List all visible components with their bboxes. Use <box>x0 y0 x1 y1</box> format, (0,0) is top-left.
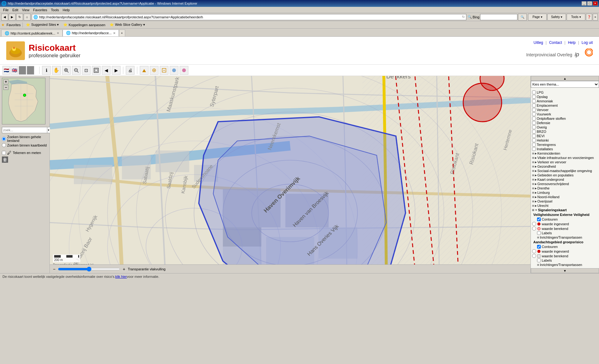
export-tool-5[interactable] <box>180 66 188 75</box>
search-input[interactable] <box>2 127 47 133</box>
window-controls[interactable]: _ □ ✕ <box>582 1 598 6</box>
menu-favorites[interactable]: Favorites <box>31 7 49 12</box>
suggested-sites-button[interactable]: ⭐ Suggested Sites ▾ <box>25 22 60 27</box>
gray-btn-1[interactable] <box>19 66 26 75</box>
group-grensoverschrijdend[interactable]: ⊞ ▶ Grensoverschrijdend <box>532 182 598 186</box>
layer-lpg-checkbox[interactable] <box>532 91 536 94</box>
minimize-button[interactable]: _ <box>582 1 587 6</box>
layer-vervoer-checkbox[interactable] <box>532 108 536 112</box>
delete-tool-button[interactable]: 🗑 <box>2 156 8 163</box>
layer-ontplofbare-checkbox[interactable] <box>532 117 536 120</box>
zoom-out-tool[interactable] <box>72 66 81 75</box>
radio-waarde-berekend-1[interactable] <box>532 226 536 231</box>
web-slice-gallery-button[interactable]: ⭐ Web Slice Gallery ▾ <box>108 22 146 27</box>
layer-bevi-checkbox[interactable] <box>532 134 536 138</box>
layer-overig-checkbox[interactable] <box>532 125 536 129</box>
zoom-rect-tool[interactable]: ⊡ <box>82 66 91 75</box>
tools-button[interactable]: Tools ▾ <box>567 14 585 21</box>
menu-view[interactable]: View <box>20 7 31 12</box>
menu-file[interactable]: File <box>1 7 11 12</box>
zoom-out-map-button[interactable]: − <box>3 85 8 90</box>
refresh-button[interactable]: ↻ <box>16 14 23 21</box>
close-button[interactable]: ✕ <box>593 1 598 6</box>
gray-btn-2[interactable] <box>27 66 34 75</box>
print-tool[interactable]: 🖨 <box>126 66 134 75</box>
layer-vuurwerk-checkbox[interactable] <box>532 112 536 116</box>
layer-labels-2-checkbox[interactable] <box>537 259 541 262</box>
tab-0-close[interactable]: ✕ <box>57 31 59 35</box>
export-tool-3[interactable] <box>160 66 168 75</box>
menu-edit[interactable]: Edit <box>11 7 20 12</box>
tab-1-close[interactable]: ✕ <box>113 31 116 35</box>
group-sociaal[interactable]: ⊞ ▶ Sociaal-maatschappelijke omgeving <box>532 169 598 173</box>
group-signalering[interactable]: ⊟ ▼ Signaleringskaart <box>532 208 598 212</box>
back-extent-tool[interactable]: ◀ <box>102 66 111 75</box>
home-button[interactable]: ⌂ <box>24 14 31 21</box>
tab-0[interactable]: 🌐 http://content.publicatiereek... ✕ <box>1 30 63 36</box>
tab-1[interactable]: 🌐 http://nederlandprofacce... ✕ <box>63 30 119 36</box>
uk-flag-button[interactable]: 🇬🇧 <box>11 66 18 75</box>
scroll-up-button[interactable]: ▲ <box>531 76 599 81</box>
group-utrecht[interactable]: ⊞ ▶ Utrecht <box>532 203 598 208</box>
group-kaartondergrond[interactable]: ⊞ ▶ Kaart ondergrond <box>532 177 598 182</box>
nav-contact[interactable]: Contact <box>549 40 562 45</box>
group-kernincidenten[interactable]: ⊞ ▶ Kernincidenten <box>532 151 598 156</box>
layer-contouren-1-checkbox[interactable] <box>537 217 541 221</box>
theme-select[interactable]: Kies een thema... <box>531 81 599 88</box>
export-tool-2[interactable] <box>150 66 158 75</box>
radio-waarde-ingevoerd-1[interactable] <box>532 222 536 226</box>
group-drenthe[interactable]: ⊞ ▶ Drenthe <box>532 186 598 190</box>
layer-contouren-2-checkbox[interactable] <box>537 245 541 249</box>
group-inrichtingen-1[interactable]: ⊞ Inrichtingen/Transportassen <box>532 235 598 240</box>
group-limburg[interactable]: ⊞ ▶ Limburg <box>532 190 598 195</box>
layer-opslag-checkbox[interactable] <box>532 95 536 99</box>
back-button[interactable]: ◀ <box>1 14 8 21</box>
search-option-all[interactable]: Zoeken binnen gehele bestand <box>2 135 48 142</box>
group-vitale[interactable]: ⊞ ▶ Vitale infrastructuur en voorziening… <box>532 156 598 160</box>
nav-help[interactable]: Help <box>568 40 576 45</box>
search-option-map[interactable]: Zoeken binnen kaartbeeld <box>2 143 48 147</box>
transparency-plus[interactable]: + <box>123 267 125 272</box>
full-extent-tool[interactable] <box>92 66 101 75</box>
group-gezondheid[interactable]: ⊞ ▶ Gezondheid <box>532 164 598 169</box>
layer-helsinki-checkbox[interactable] <box>532 138 536 142</box>
group-inrichtingen-2[interactable]: ⊞ Inrichtingen/Transportassen <box>532 263 598 267</box>
map-container[interactable]: Blancford Talmbrif Lynfbart Hagetter De … <box>50 76 531 273</box>
transparency-slider[interactable] <box>58 267 120 272</box>
more-button[interactable]: » <box>593 14 598 21</box>
layer-labels-1-checkbox[interactable] <box>537 231 541 235</box>
group-overijssel[interactable]: ⊞ ▶ Overijssel <box>532 199 598 203</box>
safety-button[interactable]: Safety ▾ <box>547 14 566 21</box>
footer-link[interactable]: klik hier <box>115 275 127 278</box>
pan-tool[interactable]: ✋ <box>52 66 61 75</box>
export-tool-1[interactable] <box>140 66 149 75</box>
layer-brzo-checkbox[interactable] <box>532 130 536 133</box>
layer-terreingrens-checkbox[interactable] <box>532 143 536 147</box>
nav-logout[interactable]: Log uit <box>582 40 593 45</box>
tekenen-meten-row[interactable]: 🖊 Tekenen en meten <box>2 150 48 155</box>
forward-extent-tool[interactable]: ▶ <box>112 66 120 75</box>
help-button[interactable]: ❓ <box>586 14 592 21</box>
address-input[interactable] <box>39 15 462 19</box>
nl-flag-button[interactable]: 🇳🇱 <box>2 66 10 75</box>
transparency-minus[interactable]: − <box>53 267 55 272</box>
restore-button[interactable]: □ <box>587 1 592 6</box>
tekenen-checkbox[interactable] <box>2 151 6 155</box>
zoom-in-map-button[interactable]: + <box>3 79 8 84</box>
address-bar-search[interactable] <box>480 14 517 20</box>
nav-uitleg[interactable]: Uitleg <box>534 40 543 45</box>
radio-waarde-berekend-2[interactable] <box>532 254 536 258</box>
forward-button[interactable]: ▶ <box>9 14 16 21</box>
page-tools-button[interactable]: Page ▾ <box>528 14 547 21</box>
new-tab-button[interactable]: + <box>119 30 125 36</box>
layer-ammoniak-checkbox[interactable] <box>532 99 536 103</box>
layer-installaties-checkbox[interactable] <box>532 147 536 151</box>
map-zoom-controls[interactable]: + − <box>3 79 8 90</box>
radio-waarde-ingevoerd-2[interactable] <box>532 249 536 253</box>
group-gebieden[interactable]: ⊞ ▶ Gebieden en populaties <box>532 173 598 177</box>
search-go-button[interactable]: 🔍 <box>518 14 527 21</box>
menu-help[interactable]: Help <box>61 7 72 12</box>
layer-defensie-checkbox[interactable] <box>532 121 536 125</box>
layer-emplacement-checkbox[interactable] <box>532 104 536 107</box>
scroll-down-button[interactable]: ▼ <box>531 268 599 273</box>
